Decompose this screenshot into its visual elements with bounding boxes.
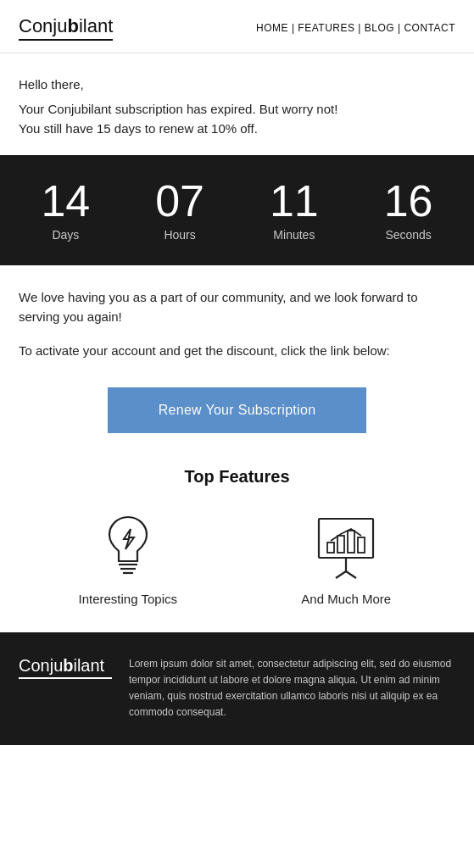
days-number: 14 <box>8 179 123 223</box>
days-label: Days <box>8 228 123 242</box>
chart-icon <box>312 512 380 580</box>
svg-line-10 <box>346 571 356 578</box>
footer-text: Lorem ipsum dolor sit amet, consectetur … <box>129 656 455 721</box>
svg-line-9 <box>336 571 346 578</box>
seconds-number: 16 <box>351 179 466 223</box>
intro-text: Your Conjubilant subscription has expire… <box>19 100 455 138</box>
feature-label-more: And Much More <box>301 592 391 606</box>
features-section: Top Features Interesting Top <box>0 459 474 624</box>
hours-label: Hours <box>123 228 237 242</box>
footer: Conjubilant Lorem ipsum dolor sit amet, … <box>0 632 474 745</box>
minutes-label: Minutes <box>237 228 352 242</box>
seconds-label: Seconds <box>351 228 466 242</box>
hours-number: 07 <box>123 179 237 223</box>
button-area: Renew Your Subscription <box>0 387 474 459</box>
mid-section: We love having you as a part of our comm… <box>0 265 474 387</box>
footer-logo: Conjubilant <box>19 656 112 679</box>
svg-rect-5 <box>337 536 344 553</box>
countdown-minutes: 11 Minutes <box>237 179 352 242</box>
email-wrapper: Conjubilant HOME | FEATURES | BLOG | CON… <box>0 0 474 868</box>
nav-links[interactable]: HOME | FEATURES | BLOG | CONTACT <box>256 22 455 34</box>
countdown-days: 14 Days <box>8 179 123 242</box>
header: Conjubilant HOME | FEATURES | BLOG | CON… <box>0 0 474 53</box>
svg-rect-6 <box>348 531 354 553</box>
feature-item-more: And Much More <box>237 512 456 607</box>
svg-rect-4 <box>327 542 334 553</box>
renew-button[interactable]: Renew Your Subscription <box>108 387 367 433</box>
countdown-seconds: 16 Seconds <box>351 179 466 242</box>
intro-section: Hello there, Your Conjubilant subscripti… <box>0 53 474 155</box>
svg-rect-7 <box>358 537 365 553</box>
countdown-hours: 07 Hours <box>123 179 237 242</box>
greeting-text: Hello there, <box>19 77 455 92</box>
features-grid: Interesting Topics <box>19 512 455 607</box>
activate-text: To activate your account and get the dis… <box>19 341 455 360</box>
countdown-section: 14 Days 07 Hours 11 Minutes 16 Seconds <box>0 155 474 265</box>
features-title: Top Features <box>19 467 455 487</box>
feature-item-topics: Interesting Topics <box>19 512 237 607</box>
logo: Conjubilant <box>19 15 113 41</box>
lightbulb-icon <box>94 512 162 580</box>
feature-label-topics: Interesting Topics <box>79 592 177 606</box>
community-text: We love having you as a part of our comm… <box>19 287 455 327</box>
minutes-number: 11 <box>237 179 352 223</box>
